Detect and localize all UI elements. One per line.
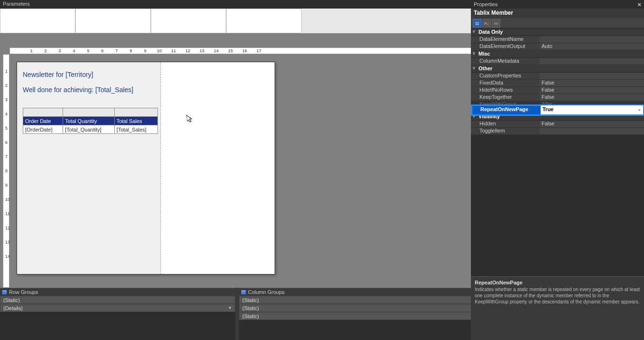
properties-title: Properties bbox=[474, 1, 497, 7]
property-name: KeepTogether bbox=[471, 94, 540, 101]
row-groups-header: Row Groups bbox=[0, 288, 235, 296]
property-pages-button[interactable]: ▭ bbox=[492, 19, 500, 28]
property-value[interactable]: False bbox=[540, 121, 644, 127]
row-group-item[interactable]: (Static) bbox=[0, 296, 235, 304]
property-row[interactable]: KeepTogetherFalse bbox=[471, 94, 644, 101]
property-name: RepeatOnNewPage bbox=[472, 105, 541, 114]
property-value[interactable] bbox=[540, 58, 644, 65]
param-cell[interactable] bbox=[226, 9, 302, 33]
row-groups-title: Row Groups bbox=[9, 289, 38, 295]
tablix-cell[interactable]: [Total_Quantity] bbox=[63, 125, 114, 134]
property-help-title: RepeatOnNewPage bbox=[475, 280, 640, 285]
cursor-icon bbox=[186, 114, 193, 123]
property-name: FixedData bbox=[471, 80, 540, 86]
param-cell[interactable] bbox=[151, 9, 226, 33]
property-help: RepeatOnNewPage Indicates whether a stat… bbox=[471, 276, 644, 340]
property-row[interactable]: RepeatOnNewPageTrue bbox=[472, 105, 643, 115]
alphabetical-button[interactable]: A↓ bbox=[482, 19, 491, 28]
property-row[interactable]: HideIfNoRowsFalse bbox=[471, 87, 644, 94]
categorized-button[interactable]: ▤ bbox=[473, 19, 481, 28]
report-canvas[interactable]: Newsletter for [Territory] Well done for… bbox=[17, 62, 275, 274]
property-value[interactable]: Auto bbox=[540, 43, 644, 50]
textbox-newsletter[interactable]: Newsletter for [Territory] bbox=[23, 71, 155, 78]
property-row[interactable]: FixedDataFalse bbox=[471, 80, 644, 87]
column-groups-title: Column Groups bbox=[248, 289, 285, 295]
tablix-header[interactable]: Total Sales bbox=[114, 117, 157, 125]
properties-toolbar: ▤ A↓ ▭ bbox=[471, 18, 644, 28]
close-icon[interactable]: × bbox=[637, 1, 641, 8]
property-grid[interactable]: Data OnlyDataElementNameDataElementOutpu… bbox=[471, 28, 644, 135]
tablix-cell[interactable]: [Total_Sales] bbox=[114, 125, 157, 134]
tablix-corner[interactable] bbox=[63, 108, 114, 117]
property-category[interactable]: Misc bbox=[471, 50, 644, 58]
column-groups-icon bbox=[241, 290, 246, 295]
property-value[interactable] bbox=[540, 128, 644, 134]
property-name: Hidden bbox=[471, 121, 540, 127]
property-row[interactable]: CustomProperties bbox=[471, 73, 644, 80]
report-body[interactable]: Newsletter for [Territory] Well done for… bbox=[17, 62, 161, 274]
row-groups-icon bbox=[2, 290, 7, 295]
property-row[interactable]: ColumnMetadata bbox=[471, 58, 644, 65]
tablix-cell[interactable]: [OrderDate] bbox=[23, 125, 63, 134]
vertical-ruler: 1234567891011121314 bbox=[3, 54, 9, 288]
property-name: CustomProperties bbox=[471, 73, 540, 79]
textbox-welldone[interactable]: Well done for achieving: [Total_Sales] bbox=[23, 86, 155, 94]
property-row[interactable]: DataElementName bbox=[471, 36, 644, 43]
property-value[interactable] bbox=[540, 36, 644, 43]
tablix[interactable]: Order Date Total Quantity Total Sales [O… bbox=[23, 108, 158, 134]
parameters-title: Parameters bbox=[3, 1, 30, 7]
property-value[interactable]: True bbox=[541, 105, 643, 114]
tablix-header[interactable]: Order Date bbox=[23, 117, 63, 125]
property-value[interactable]: False bbox=[540, 94, 644, 101]
tablix-corner[interactable] bbox=[114, 108, 157, 117]
property-category[interactable]: Other bbox=[471, 65, 644, 73]
property-name: ToggleItem bbox=[471, 128, 540, 134]
property-value[interactable] bbox=[540, 73, 644, 79]
row-group-item[interactable]: (Details)▼ bbox=[0, 304, 235, 312]
property-help-text: Indicates whether a static member is rep… bbox=[475, 286, 640, 305]
property-name: DataElementName bbox=[471, 36, 540, 43]
property-name: HideIfNoRows bbox=[471, 87, 540, 94]
property-value[interactable]: False bbox=[540, 87, 644, 94]
property-category[interactable]: Data Only bbox=[471, 28, 644, 36]
groups-divider[interactable] bbox=[235, 288, 239, 340]
param-cell[interactable] bbox=[75, 9, 151, 33]
properties-object-title: Tablix Member bbox=[471, 9, 644, 18]
param-cell[interactable] bbox=[0, 9, 75, 33]
property-row[interactable]: ToggleItem bbox=[471, 128, 644, 135]
property-name: ColumnMetadata bbox=[471, 58, 540, 65]
properties-panel: Properties × Tablix Member ▤ A↓ ▭ Data O… bbox=[471, 0, 644, 340]
tablix-corner[interactable] bbox=[23, 108, 63, 117]
property-row[interactable]: DataElementOutputAuto bbox=[471, 43, 644, 50]
property-row[interactable]: HiddenFalse bbox=[471, 121, 644, 128]
property-name: DataElementOutput bbox=[471, 43, 540, 50]
tablix-header[interactable]: Total Quantity bbox=[63, 117, 114, 125]
property-value[interactable]: False bbox=[540, 80, 644, 86]
